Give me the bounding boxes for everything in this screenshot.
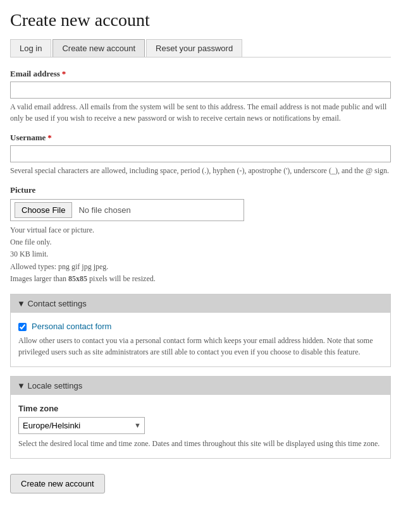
username-hint: Several special characters are allowed, … (10, 165, 391, 176)
email-label: Email address* (10, 69, 391, 79)
file-hint-2: One file only. (10, 238, 52, 246)
tab-bar: Log in Create new account Reset your pas… (10, 39, 391, 57)
personal-contact-hint: Allow other users to contact you via a p… (18, 335, 383, 358)
locale-settings-section: ▼ Locale settings Time zone Europe/Helsi… (10, 376, 391, 459)
locale-settings-header[interactable]: ▼ Locale settings (11, 377, 390, 395)
picture-section: Picture Choose File No file chosen Your … (10, 185, 391, 285)
locale-settings-body: Time zone Europe/Helsinki UTC America/Ne… (11, 395, 390, 458)
file-hint-3: 30 KB limit. (10, 250, 48, 258)
contact-settings-header[interactable]: ▼ Contact settings (11, 294, 390, 313)
timezone-select-wrapper: Europe/Helsinki UTC America/New_York Ame… (18, 417, 145, 434)
tab-reset-password[interactable]: Reset your password (146, 39, 242, 57)
submit-button[interactable]: Create new account (10, 474, 105, 493)
contact-settings-section: ▼ Contact settings Personal contact form… (10, 294, 391, 367)
file-hint-4: Allowed types: png gif jpg jpeg. (10, 262, 108, 271)
file-input-wrapper: Choose File No file chosen (10, 199, 244, 221)
email-field-group: Email address* A valid email address. Al… (10, 69, 391, 124)
no-file-text: No file chosen (78, 205, 130, 215)
personal-contact-row: Personal contact form (18, 322, 383, 331)
personal-contact-label[interactable]: Personal contact form (32, 322, 111, 331)
locale-settings-label: ▼ Locale settings (17, 381, 82, 390)
timezone-label: Time zone (18, 404, 383, 413)
timezone-hint: Select the desired local time and time z… (18, 438, 383, 449)
email-input[interactable] (10, 82, 391, 99)
file-hint-1: Your virtual face or picture. (10, 226, 94, 234)
username-input[interactable] (10, 145, 391, 162)
username-label: Username* (10, 133, 391, 143)
contact-settings-body: Personal contact form Allow other users … (11, 313, 390, 366)
page-title: Create new account (10, 10, 391, 30)
email-hint: A valid email address. All emails from t… (10, 101, 391, 124)
choose-file-button[interactable]: Choose File (15, 202, 72, 218)
personal-contact-checkbox[interactable] (18, 323, 27, 331)
timezone-select[interactable]: Europe/Helsinki UTC America/New_York Ame… (18, 417, 145, 434)
file-hint-5: Images larger than 85x85 pixels will be … (10, 274, 156, 283)
username-required-marker: * (47, 133, 52, 142)
contact-settings-label: ▼ Contact settings (17, 299, 87, 308)
picture-hints: Your virtual face or picture. One file o… (10, 224, 391, 285)
tab-log-in[interactable]: Log in (10, 39, 51, 57)
email-required-marker: * (62, 69, 66, 78)
picture-label: Picture (10, 185, 391, 195)
username-field-group: Username* Several special characters are… (10, 133, 391, 176)
tab-create-account[interactable]: Create new account (52, 39, 145, 57)
